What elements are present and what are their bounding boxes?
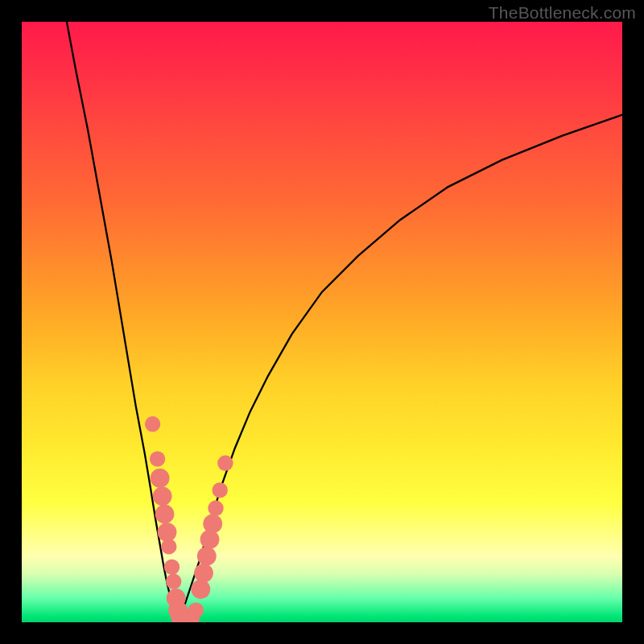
chart-frame: TheBottleneck.com xyxy=(0,0,644,644)
curve-right-branch xyxy=(178,115,622,620)
marker-dot xyxy=(194,564,213,583)
marker-dot xyxy=(158,522,177,542)
marker-dot xyxy=(208,501,223,516)
marker-dot xyxy=(188,602,204,617)
marker-dot xyxy=(197,547,217,566)
curve-layer xyxy=(22,22,622,622)
watermark-text: TheBottleneck.com xyxy=(489,3,636,23)
marker-dot xyxy=(217,456,233,471)
marker-dot xyxy=(153,486,172,506)
marker-dot xyxy=(191,580,210,599)
marker-dot xyxy=(150,451,165,466)
marker-dot xyxy=(145,416,160,431)
marker-dot xyxy=(161,539,176,554)
marker-dot xyxy=(166,574,181,589)
marker-dot xyxy=(164,559,180,575)
marker-dot xyxy=(155,505,175,524)
marker-dot xyxy=(151,469,170,488)
marker-dot xyxy=(213,482,228,497)
marker-dot xyxy=(203,514,222,534)
plot-area xyxy=(22,22,622,622)
